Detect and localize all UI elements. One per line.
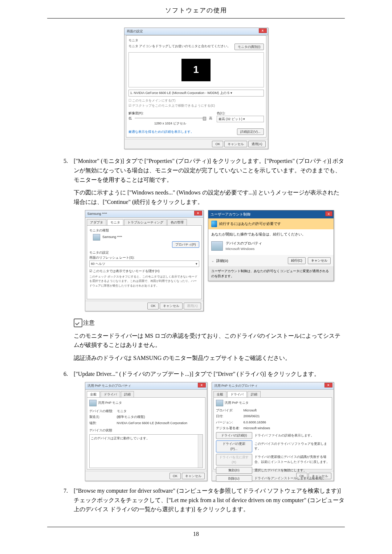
device-status-group: デバイスの状態 [89,428,203,433]
close-icon[interactable]: X [259,28,267,33]
uninstall-desc: ドライバをアンインストールします (上級者用)。 [254,476,330,481]
resolution-slider[interactable] [203,117,206,120]
uninstall-button[interactable]: 削除(U) [216,475,252,482]
page-title: ソフトウェアの使用 [47,5,345,19]
tab-monitor[interactable]: モニタ [107,219,123,225]
value-location: NVIDIA GeForce 6600 LE (Microsoft Corpor… [117,420,188,426]
close-icon[interactable]: X [325,211,332,216]
disable-desc: 選択したデバイスを無効にします。 [254,468,330,473]
cancel-button[interactable]: キャンセル [182,473,205,479]
shield-icon [211,221,217,227]
tab-troubleshoot[interactable]: トラブルシューティング [124,219,167,225]
adapter-dropdown[interactable]: 1. NVIDIA GeForce 6600 LE (Microsoft Cor… [128,90,264,96]
label-type: デバイスの種類: [89,409,115,414]
update-driver-desc: このデバイスのドライバ ソフトウェアを更新します。 [254,442,330,451]
tab-driver[interactable]: ドライバ [227,391,247,397]
res-high-label: 高 [209,116,212,121]
tab-driver[interactable]: ドライバ [101,391,120,397]
disable-button[interactable]: 無効(D) [216,467,252,473]
step-number: 7. [64,486,68,496]
color-dropdown[interactable]: 最高 (32 ビット) ▾ [217,116,264,122]
hide-modes-checkbox[interactable]: このモニタでは表示できないモードを隠す(H) [93,269,160,273]
hide-modes-note: このチェック ボックスをオフにすると、このモニタでは正しく表示できないモードを選… [89,275,199,288]
label-signer: デジタル署名者: [216,426,241,431]
drag-instruction: モニタ アイコンをドラッグしてお使いのモニタと合わせてください。 [128,44,233,49]
step-7-text: ["Browse my computer for driver software… [74,486,345,514]
label-location: 場所: [89,420,115,426]
apply-button: 適用(A) [184,303,201,309]
step-5-p1: ["Monitor" (モニタ)] タブで ["Properties" (プロパ… [74,156,345,184]
ok-button[interactable]: OK [147,303,159,309]
scrollbar[interactable] [198,435,203,468]
refresh-rate-label: 画面のリフレッシュ レート(S): [89,255,199,260]
close-icon[interactable]: X [194,211,202,216]
tab-color[interactable]: 色の管理 [167,219,187,225]
device-name: 汎用 PnP モニタ [98,401,122,405]
label-manufacturer: 製造元: [89,414,115,419]
device-name: 汎用 PnP モニタ [225,401,249,405]
driver-details-button[interactable]: ドライバの詳細(I) [216,432,252,439]
device-status-box: このデバイスは正常に動作しています。 [89,434,203,468]
uac-footer-note: ユーザーアカウント制御は、あなたの許可なくコンピュータに変更が適用されるのを防ぎ… [208,266,334,281]
device-status-text: このデバイスは正常に動作しています。 [91,436,150,440]
step-number: 6. [64,369,68,379]
note-block: 注意 このモニタードライバーは MS ロゴの承認を受けており、このドライバのイン… [74,318,345,363]
monitor-preview[interactable]: 1 [181,59,211,81]
monitor-icon [89,400,97,406]
apply-button[interactable]: 適用(A) [248,141,266,147]
figure-monitor-and-uac: Samsung **** X アダプタ モニタ トラブルシューティング 色の管理… [74,210,345,311]
ok-button[interactable]: OK [212,141,223,147]
value-type: モニタ [117,409,127,414]
uac-publisher: Microsoft Windows [226,246,262,251]
tab-general[interactable]: 全般 [213,391,226,397]
value-date: 2006/06/21 [244,414,260,419]
monitor-settings-group: モニタの設定 [89,250,199,255]
tab-adapter[interactable]: アダプタ [87,219,106,225]
monitor-type-group: モニタの種類 [89,228,199,233]
uac-instruction: あなたが開始した操作である場合は、続行してください。 [211,231,331,237]
label-provider: プロバイダ: [216,408,241,413]
value-provider: Microsoft [244,408,257,413]
properties-button[interactable]: プロパティ(P) [172,241,199,248]
close-icon[interactable]: X [324,383,332,387]
cancel-button[interactable]: キャンセル [308,257,331,264]
close-icon[interactable]: X [198,383,206,387]
monitor-name: Samsung **** [102,235,122,239]
optimal-display-link[interactable]: 最適な表示を得るための詳細を表示します。 [128,129,235,134]
driver-details-desc: ドライバ ファイルの詳細を表示します。 [254,433,330,438]
tab-general[interactable]: 全般 [87,391,100,397]
dialog-title: Samsung **** X [85,210,203,217]
step-5-p2: 下の図に示すように ["Windows needs..." (Windows の… [74,188,345,206]
uac-headline: 続行するにはあなたの許可が必要です [219,221,281,226]
monitor-icon [93,234,100,241]
cancel-button[interactable]: キャンセル [224,141,247,147]
advanced-settings-button[interactable]: 詳細設定(V)... [237,128,264,135]
step-number: 5. [64,156,68,166]
step-7: 7. ["Browse my computer for driver softw… [64,486,345,514]
update-driver-button[interactable]: ドライバの更新(P)... [216,440,252,452]
value-signer: microsoft windows [244,426,270,431]
dialog-title-text: 画面の設定 [127,29,143,33]
label-date: 日付: [216,414,241,419]
uac-title: ユーザーアカウント制御 X [208,210,334,218]
details-button[interactable]: 詳細(D) [216,258,228,263]
figure-display-settings: 画面の設定 X モニタ モニタ アイコンをドラッグしてお使いのモニタと合わせてく… [47,28,345,149]
main-monitor-checkbox: このモニタをメインにする(T) [132,99,176,102]
step-6-text: ["Update Driver..." (ドライバのアップデート...)] タブ… [74,369,345,379]
extend-desktop-checkbox: デスクトップをこのモニタ上で移動できるようにする(E) [132,104,215,107]
resolution-label: 解像度(R): [128,111,212,116]
refresh-rate-dropdown[interactable]: 60 ヘルツ ▾ [89,260,199,267]
step-6: 6. ["Update Driver..." (ドライバのアップデート...)]… [64,369,345,481]
cancel-button[interactable]: キャンセル [160,303,183,309]
device-icon [211,241,223,251]
continue-button[interactable]: 続行(C) [288,257,306,264]
label-version: バージョン: [216,420,241,425]
dialog-title-text: 汎用 PnP モニタのプロパティ [87,384,131,387]
rollback-driver-button: ドライバを元に戻す(R) [216,454,252,466]
tab-detail[interactable]: 詳細 [121,391,134,397]
tab-detail[interactable]: 詳細 [248,391,261,397]
identify-monitor-button[interactable]: モニタの識別(I) [234,44,264,50]
res-low-label: 低 [128,116,132,121]
note-p2: 認証済みのドライバは SAMSUNG のモニター製品ウェブサイトをご確認ください… [74,353,345,363]
ok-button[interactable]: OK [170,473,181,479]
